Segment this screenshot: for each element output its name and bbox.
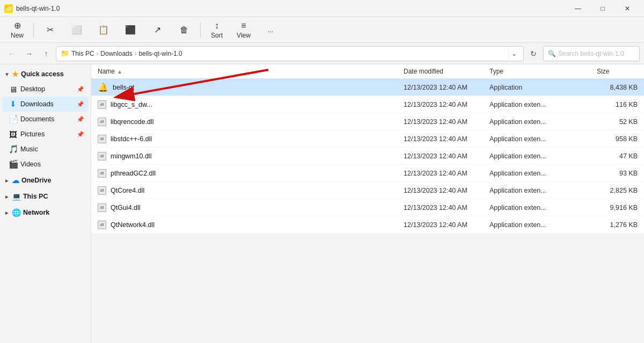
copy-icon: ⬜ [71, 25, 82, 35]
col-size-label: Size [597, 68, 609, 75]
file-row[interactable]: dll QtGui4.dll 12/13/2023 12:40 AM Appli… [91, 199, 644, 216]
copy-button[interactable]: ⬜ [64, 19, 90, 41]
address-dropdown-button[interactable]: ⌄ [508, 47, 519, 61]
file-size: 1,276 KB [590, 221, 644, 229]
file-date: 12/13/2023 12:40 AM [397, 152, 483, 160]
paste-button[interactable]: 📋 [91, 19, 116, 41]
dll-icon: dll [98, 203, 106, 212]
desktop-icon: 🖥 [9, 85, 17, 94]
back-button[interactable]: ← [4, 46, 19, 61]
file-size: 52 KB [590, 118, 644, 126]
dll-icon: dll [98, 118, 106, 126]
file-name: QtGui4.dll [111, 204, 141, 211]
network-section: ► 🌐 Network [0, 205, 91, 220]
file-date: 12/13/2023 12:40 AM [397, 204, 483, 211]
col-size-header[interactable]: Size [590, 64, 644, 78]
col-name-header[interactable]: Name ▲ [91, 64, 397, 78]
file-list-header: Name ▲ Date modified Type Size [91, 64, 644, 79]
dll-icon: dll [98, 100, 106, 109]
search-box[interactable]: 🔍 Search bells-qt-win-1.0 [543, 46, 640, 61]
delete-button[interactable]: 🗑 [171, 19, 197, 41]
documents-label: Documents [20, 115, 74, 123]
file-row[interactable]: 🔔 bells-qt 12/13/2023 12:40 AM Applicati… [91, 79, 644, 96]
videos-label: Videos [20, 160, 84, 168]
sort-button[interactable]: ↕ Sort [204, 19, 230, 41]
file-type: Application exten... [483, 101, 590, 108]
pictures-label: Pictures [20, 130, 74, 138]
up-button[interactable]: ↑ [39, 46, 54, 61]
dll-icon: dll [98, 152, 106, 160]
videos-icon: 🎬 [9, 159, 17, 169]
toolbar-separator-2 [200, 23, 201, 38]
sort-arrow-icon: ▲ [117, 69, 122, 75]
refresh-button[interactable]: ↻ [526, 46, 541, 61]
sort-icon: ↕ [215, 21, 219, 31]
file-row[interactable]: dll mingwm10.dll 12/13/2023 12:40 AM App… [91, 148, 644, 165]
address-folder-icon: 📁 [61, 49, 69, 57]
dll-icon: dll [98, 186, 106, 195]
onedrive-label: OneDrive [21, 177, 52, 184]
network-label: Network [23, 209, 49, 216]
file-type: Application exten... [483, 187, 590, 194]
network-header[interactable]: ► 🌐 Network [0, 205, 91, 220]
window-title: bells-qt-win-1.0 [16, 5, 60, 12]
sidebar-item-downloads[interactable]: ⬇ Downloads 📌 [2, 97, 89, 112]
file-row[interactable]: dll pthreadGC2.dll 12/13/2023 12:40 AM A… [91, 165, 644, 182]
documents-pin-icon: 📌 [77, 116, 84, 123]
this-pc-icon: 💻 [12, 192, 21, 201]
share-button[interactable]: ↗ [144, 19, 170, 41]
file-name: libstdc++-6.dll [111, 135, 152, 143]
file-row[interactable]: dll QtNetwork4.dll 12/13/2023 12:40 AM A… [91, 216, 644, 233]
quick-access-header[interactable]: ▼ ★ Quick access [0, 67, 91, 82]
file-type: Application exten... [483, 204, 590, 211]
window-controls: — □ ✕ [566, 0, 640, 17]
file-row[interactable]: dll libgcc_s_dw... 12/13/2023 12:40 AM A… [91, 96, 644, 113]
file-type: Application exten... [483, 170, 590, 177]
sidebar-item-videos[interactable]: 🎬 Videos [2, 157, 89, 172]
new-button[interactable]: ⊕ New [4, 19, 30, 41]
sidebar-item-music[interactable]: 🎵 Music [2, 142, 89, 157]
address-bar[interactable]: 📁 This PC › Downloads › bells-qt-win-1.0… [56, 46, 524, 61]
col-date-label: Date modified [404, 68, 443, 75]
file-date: 12/13/2023 12:40 AM [397, 221, 483, 229]
rename-button[interactable]: ⬛ [118, 19, 143, 41]
file-row[interactable]: dll libstdc++-6.dll 12/13/2023 12:40 AM … [91, 130, 644, 148]
maximize-button[interactable]: □ [590, 0, 615, 17]
delete-icon: 🗑 [180, 25, 188, 35]
file-name-cell: dll QtGui4.dll [91, 203, 397, 212]
new-label: New [11, 32, 24, 39]
file-size: 2,825 KB [590, 187, 644, 194]
titlebar-left: 📁 bells-qt-win-1.0 [4, 4, 60, 13]
file-name-cell: dll QtCore4.dll [91, 186, 397, 195]
this-pc-label: This PC [23, 193, 48, 200]
dll-icon: dll [98, 221, 106, 229]
desktop-label: Desktop [20, 85, 74, 93]
more-button[interactable]: ... [258, 19, 283, 41]
sidebar-item-documents[interactable]: 📄 Documents 📌 [2, 112, 89, 127]
downloads-pin-icon: 📌 [77, 101, 84, 108]
file-name: libqrencode.dll [111, 118, 154, 126]
file-name-cell: dll libqrencode.dll [91, 118, 397, 126]
col-date-header[interactable]: Date modified [397, 64, 483, 78]
cut-button[interactable]: ✂ [37, 19, 63, 41]
this-pc-header[interactable]: ► 💻 This PC [0, 189, 91, 204]
documents-icon: 📄 [9, 114, 17, 124]
forward-button[interactable]: → [21, 46, 36, 61]
quick-access-section: ▼ ★ Quick access 🖥 Desktop 📌 ⬇ Downloads… [0, 67, 91, 172]
downloads-label: Downloads [20, 100, 74, 108]
close-button[interactable]: ✕ [615, 0, 640, 17]
col-type-header[interactable]: Type [483, 64, 590, 78]
minimize-button[interactable]: — [566, 0, 590, 17]
file-type: Application [483, 84, 590, 91]
quick-access-label: Quick access [21, 70, 64, 78]
view-button[interactable]: ≡ View [231, 19, 257, 41]
cut-icon: ✂ [47, 25, 54, 35]
file-row[interactable]: dll QtCore4.dll 12/13/2023 12:40 AM Appl… [91, 182, 644, 199]
file-size: 9,916 KB [590, 204, 644, 211]
new-icon: ⊕ [14, 20, 21, 31]
onedrive-header[interactable]: ► ☁ OneDrive [0, 173, 91, 188]
file-row[interactable]: dll libqrencode.dll 12/13/2023 12:40 AM … [91, 113, 644, 130]
sidebar-item-desktop[interactable]: 🖥 Desktop 📌 [2, 82, 89, 97]
onedrive-section: ► ☁ OneDrive [0, 173, 91, 188]
sidebar-item-pictures[interactable]: 🖼 Pictures 📌 [2, 127, 89, 142]
